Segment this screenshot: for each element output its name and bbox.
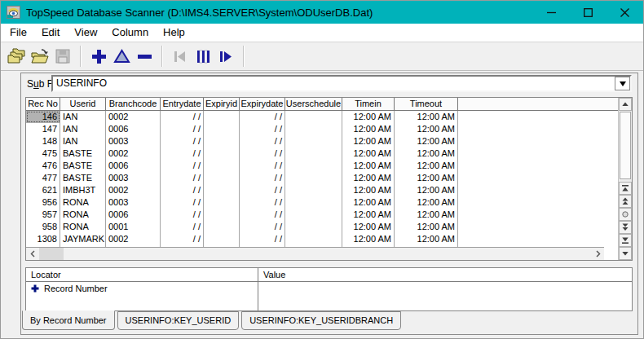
table-cell[interactable]: IMBH3T — [60, 184, 106, 196]
column-header-timein[interactable]: Timein — [342, 98, 395, 110]
table-row[interactable]: 146IAN0002/ // /12:00 AM12:00 AM — [26, 111, 618, 123]
table-cell[interactable]: RONA — [60, 221, 106, 233]
table-cell[interactable]: 12:00 AM — [342, 135, 395, 147]
table-cell[interactable]: / / — [161, 209, 204, 221]
menu-edit[interactable]: Edit — [34, 24, 67, 42]
table-cell[interactable]: BASTE — [60, 147, 106, 160]
table-cell[interactable]: 12:00 AM — [342, 184, 395, 196]
table-cell[interactable]: 148 — [26, 135, 60, 147]
table-cell[interactable]: 0002 — [106, 147, 161, 160]
insert-record-button[interactable] — [87, 46, 110, 68]
table-cell[interactable]: / / — [161, 221, 204, 233]
column-header-userschedule[interactable]: Userschedule — [285, 98, 342, 110]
first-record-button[interactable] — [619, 182, 632, 195]
table-cell[interactable] — [204, 184, 240, 196]
page-up-button[interactable] — [619, 195, 632, 208]
column-header-entrydate[interactable]: Entrydate — [161, 98, 204, 110]
table-cell[interactable] — [285, 184, 342, 196]
table-cell[interactable] — [204, 209, 240, 221]
column-header-branchcode[interactable]: Branchcode — [106, 98, 161, 110]
scroll-left-button[interactable] — [26, 248, 39, 260]
table-cell[interactable]: 12:00 AM — [342, 147, 395, 160]
delete-record-button[interactable] — [133, 46, 156, 68]
table-cell[interactable]: 12:00 AM — [342, 172, 395, 184]
table-cell[interactable]: / / — [240, 184, 285, 196]
table-cell[interactable]: 12:00 AM — [342, 209, 395, 221]
table-cell[interactable]: / / — [240, 196, 285, 209]
subfile-combobox[interactable]: USERINFO — [51, 75, 632, 92]
table-row[interactable]: 147IAN0006/ // /12:00 AM12:00 AM — [26, 123, 618, 135]
table-cell[interactable]: 958 — [26, 221, 60, 233]
table-cell[interactable] — [285, 233, 342, 245]
table-cell[interactable]: 12:00 AM — [395, 196, 458, 209]
table-cell[interactable]: / / — [161, 184, 204, 196]
table-row[interactable]: 956RONA0003/ // /12:00 AM12:00 AM — [26, 196, 618, 209]
table-row[interactable]: 621IMBH3T0002/ // /12:00 AM12:00 AM — [26, 184, 618, 196]
table-cell[interactable] — [204, 221, 240, 233]
table-cell[interactable]: 475 — [26, 147, 60, 160]
locator-row[interactable]: Record Number — [26, 282, 258, 295]
table-cell[interactable]: JAYMARK — [60, 233, 106, 245]
menu-column[interactable]: Column — [104, 24, 156, 42]
column-header-expiryid[interactable]: Expiryid — [204, 98, 240, 110]
table-cell[interactable]: / / — [240, 221, 285, 233]
table-cell[interactable]: 12:00 AM — [395, 209, 458, 221]
table-cell[interactable] — [285, 196, 342, 209]
table-cell[interactable]: 0006 — [106, 209, 161, 221]
table-cell[interactable]: BASTE — [60, 172, 106, 184]
vertical-scroll-thumb[interactable] — [620, 112, 631, 179]
table-cell[interactable] — [204, 147, 240, 160]
table-cell[interactable]: 147 — [26, 123, 60, 135]
menu-help[interactable]: Help — [156, 24, 192, 42]
locate-next-button[interactable] — [214, 46, 237, 68]
table-cell[interactable]: 12:00 AM — [395, 221, 458, 233]
table-cell[interactable]: 12:00 AM — [342, 196, 395, 209]
change-record-button[interactable] — [110, 46, 133, 68]
table-cell[interactable]: BASTE — [60, 160, 106, 172]
table-cell[interactable]: / / — [161, 135, 204, 147]
column-header-expirydate[interactable]: Expirydate — [240, 98, 285, 110]
titlebar[interactable]: TopSpeed Database Scanner (D:\IMS4.SERVE… — [1, 1, 643, 24]
table-cell[interactable] — [285, 160, 342, 172]
locate-record-button[interactable] — [619, 208, 632, 221]
table-cell[interactable]: 0001 — [106, 221, 161, 233]
column-header-userid[interactable]: Userid — [60, 98, 106, 110]
table-cell[interactable]: / / — [240, 135, 285, 147]
table-cell[interactable] — [285, 123, 342, 135]
table-cell[interactable]: / / — [161, 123, 204, 135]
table-cell[interactable]: 0003 — [106, 172, 161, 184]
table-cell[interactable]: 12:00 AM — [395, 135, 458, 147]
table-cell[interactable]: 12:00 AM — [342, 233, 395, 245]
table-cell[interactable] — [285, 172, 342, 184]
table-cell[interactable]: / / — [161, 160, 204, 172]
column-header-timeout[interactable]: Timeout — [395, 98, 458, 110]
scroll-down-button[interactable] — [619, 247, 632, 260]
table-cell[interactable]: / / — [240, 123, 285, 135]
table-row[interactable]: 477BASTE0003/ // /12:00 AM12:00 AM — [26, 172, 618, 184]
table-cell[interactable] — [285, 209, 342, 221]
table-row[interactable]: 148IAN0003/ // /12:00 AM12:00 AM — [26, 135, 618, 147]
table-cell[interactable]: IAN — [60, 111, 106, 123]
table-cell[interactable] — [204, 172, 240, 184]
table-row[interactable]: 1308JAYMARK0002/ // /12:00 AM12:00 AM — [26, 233, 618, 245]
table-cell[interactable]: 12:00 AM — [395, 233, 458, 245]
tab-userinfo-key-useridbranch[interactable]: USERINFO:KEY_USERIDBRANCH — [241, 311, 401, 330]
table-cell[interactable]: 0003 — [106, 196, 161, 209]
table-cell[interactable]: 12:00 AM — [342, 111, 395, 123]
table-cell[interactable] — [204, 123, 240, 135]
selected-cell[interactable]: 146 — [26, 111, 60, 123]
table-cell[interactable] — [204, 160, 240, 172]
table-cell[interactable] — [204, 111, 240, 123]
table-cell[interactable]: 12:00 AM — [395, 123, 458, 135]
column-header-rec-no[interactable]: Rec No — [26, 98, 60, 110]
page-down-button[interactable] — [619, 221, 632, 234]
table-cell[interactable]: 957 — [26, 209, 60, 221]
table-cell[interactable]: / / — [240, 233, 285, 245]
table-cell[interactable]: 12:00 AM — [395, 172, 458, 184]
table-cell[interactable]: 621 — [26, 184, 60, 196]
open-files-button[interactable] — [6, 46, 29, 68]
table-cell[interactable]: 0006 — [106, 160, 161, 172]
table-row[interactable]: 958RONA0001/ // /12:00 AM12:00 AM — [26, 221, 618, 233]
table-cell[interactable]: 0002 — [106, 111, 161, 123]
table-cell[interactable]: / / — [240, 209, 285, 221]
